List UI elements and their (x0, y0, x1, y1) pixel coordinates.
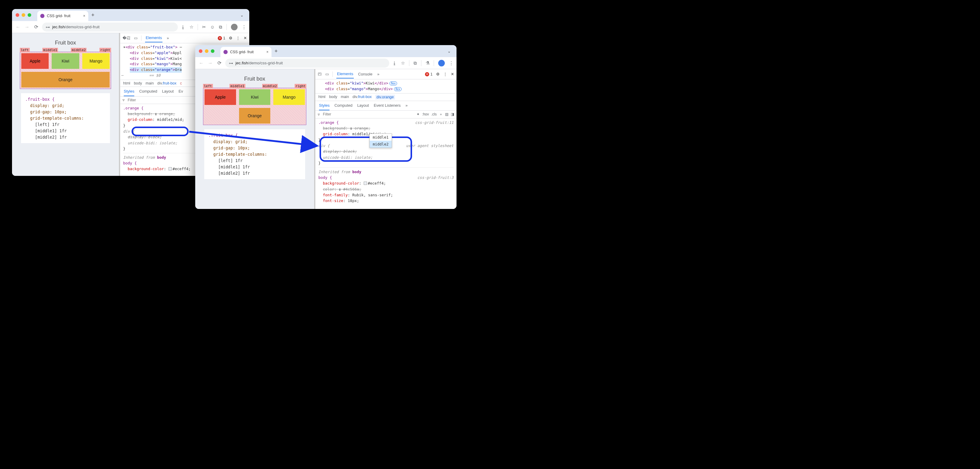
grid-cell-orange: Orange (21, 72, 110, 88)
browser-window-right: CSS grid- fruit × + ⌄ ← → ⟳ ⊶ jec.fish/d… (195, 45, 457, 209)
devtools-menu-icon[interactable]: ⋮ (443, 72, 447, 77)
hov-toggle[interactable]: :hov (422, 112, 429, 116)
inspect-icon[interactable]: ⮹ (318, 72, 322, 77)
tab-elements[interactable]: Elements (145, 34, 162, 42)
forward-button[interactable]: → (24, 24, 30, 30)
close-tab-icon[interactable]: × (266, 50, 269, 54)
subtab-styles[interactable]: Styles (319, 101, 329, 110)
window-controls (197, 49, 216, 53)
close-tab-icon[interactable]: × (83, 14, 85, 18)
grid-cell-apple: Apple (205, 89, 236, 105)
device-toolbar-icon[interactable]: ▭ (325, 72, 329, 77)
ai-spark-icon[interactable]: ✦ (417, 112, 420, 116)
browser-tab[interactable]: CSS grid- fruit × (37, 11, 88, 21)
profile-avatar[interactable] (438, 60, 445, 67)
tab-overflow-button[interactable]: ⌄ (239, 12, 245, 18)
forward-button[interactable]: → (207, 61, 213, 66)
toolbar: ← → ⟳ ⊶ jec.fish/demo/css-grid-fruit ⭳ ☆… (195, 57, 457, 69)
subtab-event-listeners[interactable]: Event Listeners (374, 101, 401, 110)
settings-icon[interactable]: ⚙ (436, 72, 440, 77)
breadcrumb[interactable]: htmlbodymain div.fruit-box div.orange (315, 93, 457, 101)
tab-strip: CSS grid- fruit × + ⌄ (12, 9, 249, 21)
favicon-icon (223, 50, 228, 54)
site-info-icon[interactable]: ⊶ (229, 61, 233, 65)
install-icon[interactable]: ⭳ (392, 61, 397, 65)
site-info-icon[interactable]: ⊶ (46, 25, 50, 29)
fruit-grid: Apple Kiwi Mango Orange (203, 88, 306, 125)
error-badge[interactable]: ✕1 (218, 36, 225, 40)
devtools-panel: ⮹ ▭ Elements Console » ✕1 ⚙ ⋮ ✕ <div cla… (315, 69, 457, 209)
autocomplete-item[interactable]: middle2 (370, 141, 391, 148)
styles-subtabs: Styles Computed Layout Event Listeners » (315, 101, 457, 111)
page-viewport: Fruit box left middle1 middle2 right App… (12, 33, 120, 176)
device-toolbar-icon[interactable]: ▭ (134, 36, 138, 40)
tab-overflow-button[interactable]: ⌄ (446, 48, 452, 54)
grid-cell-kiwi: Kiwi (239, 89, 270, 105)
tab-strip: CSS grid- fruit × + ⌄ (195, 45, 457, 57)
back-button[interactable]: ← (15, 24, 21, 30)
reload-button[interactable]: ⟳ (216, 60, 222, 66)
menu-button[interactable]: ⋮ (449, 61, 453, 66)
address-bar[interactable]: ⊶ jec.fish/demo/css-grid-fruit (225, 59, 389, 68)
minimize-window-icon[interactable] (22, 13, 25, 17)
filter-icon: ▿ (318, 112, 320, 116)
cls-toggle[interactable]: .cls (431, 112, 437, 116)
reload-button[interactable]: ⟳ (33, 24, 39, 30)
devtools-menu-icon[interactable]: ⋮ (236, 36, 240, 40)
fruit-grid: Apple Kiwi Mango Orange (20, 52, 111, 89)
subtab-styles[interactable]: Styles (124, 87, 134, 96)
tab-title: CSS grid- fruit (47, 14, 71, 18)
toolbar: ← → ⟳ ⊶ jec.fish/demo/css-grid-fruit ⭳ ☆… (12, 21, 249, 33)
style-rules[interactable]: .orange {css-grid-fruit:11 background: ▮… (315, 118, 457, 209)
grid-cell-mango: Mango (273, 89, 305, 105)
page-viewport: Fruit box left middle1 middle2 right App… (195, 69, 315, 209)
install-icon[interactable]: ⭳ (181, 24, 185, 29)
sidebar-toggle-icon[interactable]: ◨ (451, 112, 454, 116)
robot-icon[interactable]: ☺ (210, 24, 215, 29)
page-heading: Fruit box (12, 40, 119, 46)
address-bar[interactable]: ⊶ jec.fish/demo/css-grid-fruit (42, 22, 178, 32)
window-controls (14, 13, 33, 17)
subtab-layout[interactable]: Layout (162, 87, 173, 96)
zoom-window-icon[interactable] (28, 13, 31, 17)
subtab-event-listeners[interactable]: Ev (178, 87, 183, 96)
tab-console[interactable]: Console (357, 70, 373, 78)
dom-tree[interactable]: <div class="kiwi">Kiwi</div>flex <div cl… (315, 79, 457, 93)
close-window-icon[interactable] (199, 49, 202, 53)
close-devtools-icon[interactable]: ✕ (451, 72, 454, 77)
styles-filter-input[interactable] (322, 112, 414, 116)
browser-tab[interactable]: CSS grid- fruit × (220, 47, 272, 57)
tabs-more[interactable]: » (166, 34, 169, 42)
autocomplete-popup[interactable]: middle1 middle2 (369, 134, 392, 148)
close-devtools-icon[interactable]: ✕ (243, 36, 247, 40)
autocomplete-item[interactable]: middle1 (370, 134, 391, 141)
new-tab-button[interactable]: + (275, 48, 278, 54)
tab-elements[interactable]: Elements (336, 70, 354, 78)
zoom-window-icon[interactable] (211, 49, 215, 53)
computed-toggle-icon[interactable]: ▤ (445, 112, 449, 116)
back-button[interactable]: ← (198, 61, 204, 66)
favicon-icon (40, 14, 45, 18)
tabs-more[interactable]: » (377, 70, 380, 78)
extensions-icon[interactable]: ⧉ (219, 24, 222, 30)
scissors-icon[interactable]: ✂ (202, 24, 206, 30)
bookmark-icon[interactable]: ☆ (189, 24, 193, 30)
menu-button[interactable]: ⋮ (242, 24, 246, 30)
bookmark-icon[interactable]: ☆ (401, 61, 405, 66)
subtab-computed[interactable]: Computed (334, 101, 352, 110)
new-rule-icon[interactable]: ＋ (439, 112, 443, 117)
settings-icon[interactable]: ⚙ (229, 36, 232, 40)
error-badge[interactable]: ✕1 (425, 72, 433, 77)
inspect-icon[interactable]: �召 (123, 35, 130, 41)
source-code-snippet: .fruit-box { display: grid; grid-gap: 10… (21, 93, 110, 143)
subtab-layout[interactable]: Layout (357, 101, 369, 110)
labs-icon[interactable]: ⚗ (426, 61, 430, 66)
close-window-icon[interactable] (16, 13, 19, 17)
new-tab-button[interactable]: + (91, 12, 95, 18)
extensions-icon[interactable]: ⧉ (414, 61, 417, 66)
subtab-computed[interactable]: Computed (139, 87, 157, 96)
devtools-tabbar: �召 ▭ Elements » ✕1 ⚙ ⋮ ✕ (120, 33, 249, 43)
minimize-window-icon[interactable] (205, 49, 208, 53)
grid-cell-kiwi: Kiwi (52, 53, 79, 69)
profile-avatar[interactable] (231, 24, 237, 30)
